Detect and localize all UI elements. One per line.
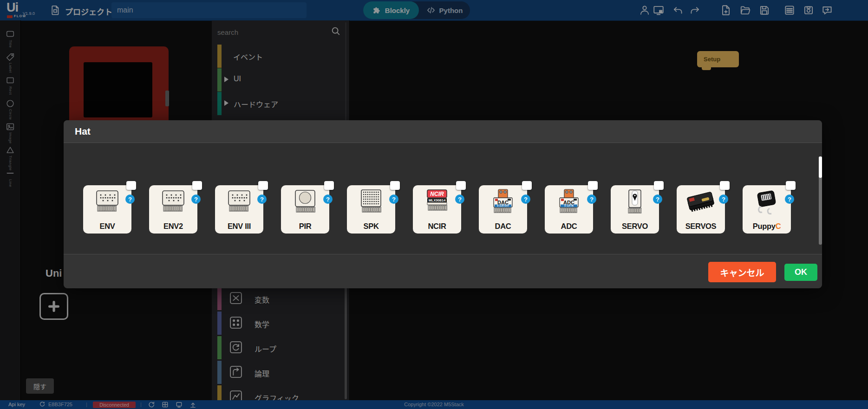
hat-item-name: PIR <box>299 222 312 230</box>
hat-dialog-header: Hat <box>64 120 822 143</box>
hat-item-ENV[interactable]: ENV ? <box>83 185 131 234</box>
hat-item-SERVO[interactable]: SERVO ? <box>611 185 659 234</box>
svg-text:MLX90614: MLX90614 <box>429 198 446 202</box>
hat-item-checkbox[interactable] <box>522 181 532 190</box>
hat-item-PuppyC[interactable]: PuppyC ? <box>743 185 791 234</box>
hat-item-checkbox[interactable] <box>720 181 730 190</box>
hat-item-image <box>222 189 256 218</box>
dialog-scrollbar-thumb[interactable] <box>819 156 822 178</box>
hat-item-DAC[interactable]: DAC 0~3.3V OUT DAC ? <box>479 185 527 234</box>
hat-item-checkbox[interactable] <box>258 181 268 190</box>
help-icon[interactable]: ? <box>653 195 662 204</box>
hat-item-PIR[interactable]: PIR ? <box>281 185 329 234</box>
help-icon[interactable]: ? <box>521 195 530 204</box>
hat-item-name: DAC <box>495 222 511 230</box>
hat-item-name: NCIR <box>428 222 446 230</box>
hat-item-checkbox[interactable] <box>126 181 136 190</box>
hat-item-NCIR[interactable]: NCIR MLX90614 NCIR ? <box>413 185 461 234</box>
hat-item-name: ENV <box>99 222 115 230</box>
hat-item-ADC[interactable]: ADC 0~12V IN ADC ? <box>545 185 593 234</box>
hat-item-name: SPK <box>363 222 379 230</box>
hat-item-image: DAC 0~3.3V OUT <box>486 189 520 218</box>
help-icon[interactable]: ? <box>455 195 464 204</box>
hat-item-image <box>354 189 388 218</box>
hat-item-checkbox[interactable] <box>786 181 796 190</box>
hat-item-name: ENV2 <box>163 222 183 230</box>
dialog-title: Hat <box>75 126 91 137</box>
hat-item-checkbox[interactable] <box>390 181 400 190</box>
hat-item-image <box>618 189 652 218</box>
hat-item-SERVOS[interactable]: SERVOS ? <box>677 185 725 234</box>
hat-dialog-footer: キャンセル OK <box>64 254 822 288</box>
hat-dialog: Hat ENV ? ENV2 ? ENV III ? PIR ? SPK ? N… <box>64 120 822 288</box>
svg-text:NCIR: NCIR <box>430 191 444 197</box>
svg-text:0~12V IN: 0~12V IN <box>564 205 574 207</box>
hat-item-checkbox[interactable] <box>192 181 202 190</box>
hat-item-SPK[interactable]: SPK ? <box>347 185 395 234</box>
help-icon[interactable]: ? <box>587 195 596 204</box>
hat-item-checkbox[interactable] <box>324 181 334 190</box>
help-icon[interactable]: ? <box>323 195 333 204</box>
hat-item-image <box>288 189 322 218</box>
hat-item-image <box>156 189 190 218</box>
help-icon[interactable]: ? <box>719 195 728 204</box>
ok-button[interactable]: OK <box>784 264 817 281</box>
hat-item-checkbox[interactable] <box>588 181 598 190</box>
hat-item-checkbox[interactable] <box>654 181 664 190</box>
hat-item-image <box>750 189 784 218</box>
hat-item-name-accent: C <box>776 222 781 230</box>
cancel-button[interactable]: キャンセル <box>708 262 776 282</box>
hat-item-ENV2[interactable]: ENV2 ? <box>149 185 197 234</box>
hat-item-image <box>684 189 718 218</box>
svg-text:DAC: DAC <box>497 200 509 205</box>
help-icon[interactable]: ? <box>191 195 201 204</box>
hat-item-ENV-III[interactable]: ENV III ? <box>215 185 263 234</box>
help-icon[interactable]: ? <box>389 195 398 204</box>
help-icon[interactable]: ? <box>785 195 794 204</box>
hat-item-name: Puppy <box>753 222 776 230</box>
svg-text:0~3.3V OUT: 0~3.3V OUT <box>497 205 509 207</box>
hat-item-checkbox[interactable] <box>456 181 466 190</box>
hat-item-name: SERVO <box>622 222 648 230</box>
hat-item-image: ADC 0~12V IN <box>552 189 586 218</box>
hat-item-name: SERVOS <box>685 222 717 230</box>
uiflow-app: Ui FLOW V1.9.0 プロジェクト Blockly Python Tit… <box>0 0 868 409</box>
hat-item-grid: ENV ? ENV2 ? ENV III ? PIR ? SPK ? NCIR … <box>64 143 822 253</box>
hat-item-image <box>90 189 124 218</box>
help-icon[interactable]: ? <box>125 195 135 204</box>
hat-item-image: NCIR MLX90614 <box>420 189 454 218</box>
hat-item-name: ADC <box>561 222 577 230</box>
hat-item-name: ENV III <box>228 222 251 230</box>
svg-text:ADC: ADC <box>563 200 574 205</box>
help-icon[interactable]: ? <box>257 195 267 204</box>
